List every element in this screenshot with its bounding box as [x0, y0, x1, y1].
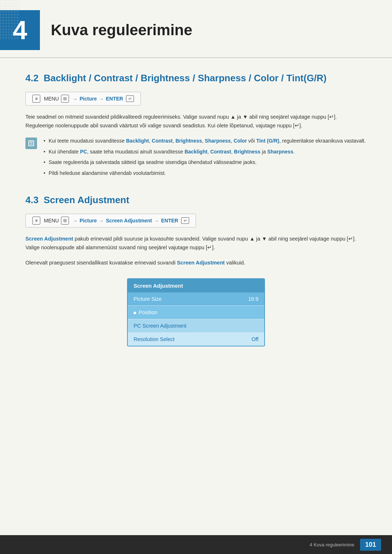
- screen-adj-label-43: Screen Adjustment: [106, 218, 152, 223]
- section-42-title: Backlight / Contrast / Brightness / Shar…: [44, 73, 327, 83]
- chapter-title: Kuva reguleerimine: [51, 21, 192, 39]
- enter-label-43: ENTER: [161, 218, 178, 223]
- menu-item-pc-screen-label: PC Screen Adjustment: [134, 323, 187, 329]
- menu-path-43: 🖥 MENU ⊞ → Picture → Screen Adjustment →…: [25, 214, 196, 227]
- menu-item-pc-screen[interactable]: PC Screen Adjustment: [128, 319, 264, 333]
- menu-item-picture-size-label: Picture Size: [134, 296, 162, 302]
- menu-item-resolution-value: Off: [252, 336, 258, 342]
- menu-mockup-header: Screen Adjustment: [128, 279, 264, 292]
- menu-remote-icon: 🖥: [32, 95, 40, 103]
- chapter-header: 4 Kuva reguleerimine: [0, 0, 392, 58]
- note-item-4: Pildi heleduse alandamine vähendab voolu…: [42, 169, 366, 178]
- menu-remote-icon-43: 🖥: [32, 217, 40, 225]
- picture-label-42: Picture: [79, 96, 97, 102]
- arrow2-42: →: [99, 96, 104, 102]
- section-42-number: 4.2: [25, 73, 38, 83]
- svg-rect-0: [0, 0, 20, 40]
- grid-icon-43: ⊞: [61, 217, 69, 225]
- menu-label-43: MENU: [44, 218, 59, 223]
- menu-label-42: MENU: [44, 96, 59, 102]
- position-dot: Position: [134, 309, 158, 315]
- enter-icon-43: [181, 217, 189, 224]
- menu-item-resolution[interactable]: Resolution Select Off: [128, 333, 264, 346]
- note-icon-42: [25, 138, 37, 149]
- grid-icon-42: ⊞: [61, 95, 69, 103]
- main-content: 4.2Backlight / Contrast / Brightness / S…: [0, 73, 392, 383]
- menu-path-42: 🖥 MENU ⊞ → Picture → ENTER: [25, 92, 141, 106]
- section-43-number: 4.3: [25, 194, 38, 205]
- body-text-43-2: Olenevalt praegusest sisendallikast kuva…: [25, 259, 367, 267]
- menu-item-resolution-label: Resolution Select: [134, 336, 175, 342]
- note-item-3: Saate reguleerida ja salvestada sätteid …: [42, 158, 366, 167]
- footer-page-number: 101: [360, 539, 381, 551]
- screen-adjustment-menu: Screen Adjustment Picture Size 16:9 Posi…: [127, 278, 265, 346]
- menu-item-picture-size[interactable]: Picture Size 16:9: [128, 292, 264, 306]
- section-43-heading: 4.3Screen Adjustment: [25, 194, 367, 206]
- arrow3-43: →: [154, 218, 159, 223]
- decorative-grid: [0, 0, 20, 40]
- section-43-title: Screen Adjustment: [44, 194, 129, 205]
- page-footer: 4 Kuva reguleerimine 101: [0, 535, 392, 554]
- menu-item-picture-size-value: 16:9: [248, 296, 258, 302]
- enter-icon-42: [126, 95, 134, 102]
- picture-label-43: Picture: [79, 218, 97, 223]
- note-list-42: Kui teete muudatusi suvanditesse Backlig…: [42, 137, 366, 180]
- note-icon-inner: [28, 140, 34, 146]
- enter-label-42: ENTER: [106, 96, 123, 102]
- arrow2-43: →: [99, 218, 104, 223]
- note-item-1: Kui teete muudatusi suvanditesse Backlig…: [42, 137, 366, 145]
- menu-item-position[interactable]: Position: [128, 306, 264, 319]
- note-box-42: Kui teete muudatusi suvanditesse Backlig…: [25, 137, 367, 180]
- body-text-42: Teie seadmel on mitmeid suvandeid pildik…: [25, 113, 367, 130]
- menu-mockup-wrapper: Screen Adjustment Picture Size 16:9 Posi…: [25, 278, 367, 346]
- body-text-43-1: Screen Adjustment pakub erinevaid pildi …: [25, 235, 367, 252]
- section-42-heading: 4.2Backlight / Contrast / Brightness / S…: [25, 73, 367, 84]
- arrow1-42: →: [73, 96, 77, 102]
- arrow1-43: →: [73, 218, 77, 223]
- footer-text: 4 Kuva reguleerimine: [310, 542, 354, 547]
- note-item-2: Kui ühendate PC, saate teha muudatusi ai…: [42, 148, 366, 156]
